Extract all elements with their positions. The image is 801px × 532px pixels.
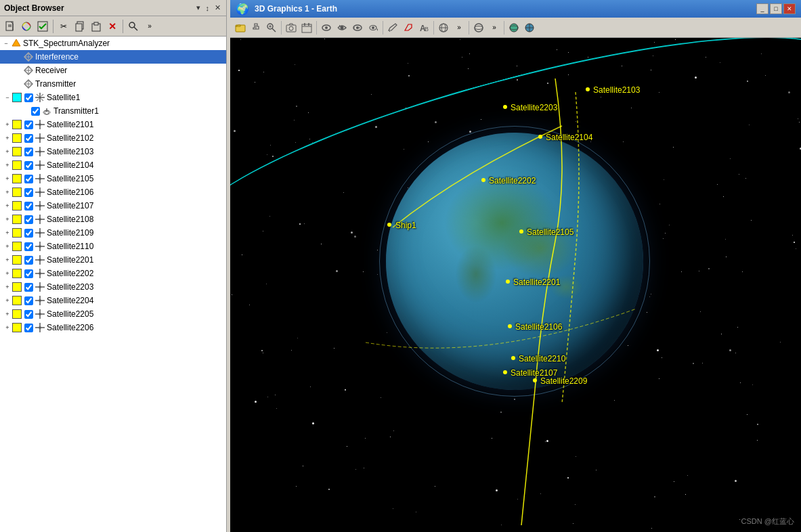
transmitter1-checkbox[interactable] <box>31 107 40 116</box>
tree-item-satellite2106[interactable]: + Satellite2106 <box>0 185 226 199</box>
float-button[interactable]: ↕ <box>204 4 211 12</box>
satellite2110-checkbox[interactable] <box>24 242 33 251</box>
svg-line-25 <box>37 99 39 101</box>
eye-button2[interactable] <box>334 20 349 35</box>
tree-item-satellite2101[interactable]: + Satellite2101 <box>0 118 226 131</box>
close-panel-button[interactable]: ✕ <box>213 3 222 12</box>
tree-item-satellite2105[interactable]: + Satellite2105 <box>0 172 226 185</box>
satellite2106-checkbox[interactable] <box>24 188 33 197</box>
hand-tool[interactable] <box>248 20 263 35</box>
tree-item-satellite2201[interactable]: + Satellite2201 <box>0 253 226 267</box>
tree-item-satellite2110[interactable]: + Satellite2110 <box>0 240 226 253</box>
satellite1-checkbox[interactable] <box>24 93 33 102</box>
satellite2103-checkbox[interactable] <box>24 148 33 156</box>
satellite2101-label: Satellite2101 <box>47 120 93 129</box>
tree-item-satellite2206[interactable]: + Satellite2206 <box>0 321 226 334</box>
find-button[interactable] <box>126 19 141 34</box>
satellite2109-expander[interactable]: + <box>3 228 12 238</box>
satellite2202-checkbox[interactable] <box>24 269 33 278</box>
satellite2204-checkbox[interactable] <box>24 296 33 305</box>
open-button[interactable] <box>233 20 248 35</box>
cut-button[interactable]: ✂ <box>56 19 71 34</box>
tree-item-receiver[interactable]: ▶ Receiver <box>0 64 226 77</box>
satellite1-expander[interactable]: − <box>3 93 12 102</box>
tree-item-satellite2109[interactable]: + Satellite2109 <box>0 226 226 240</box>
satellite2102-checkbox[interactable] <box>24 134 33 143</box>
satellite2110-expander[interactable]: + <box>3 242 12 251</box>
world-button2[interactable] <box>522 20 537 35</box>
layer-button[interactable] <box>471 20 486 35</box>
eye-button3[interactable] <box>350 20 365 35</box>
satellite2106-expander[interactable]: + <box>3 187 12 197</box>
eye-button1[interactable] <box>319 20 334 35</box>
pin-button[interactable]: ▾ <box>195 3 202 12</box>
color-button[interactable] <box>19 19 34 34</box>
eraser-button[interactable] <box>401 20 416 35</box>
tree-item-interference[interactable]: ▶ Interference <box>0 50 226 64</box>
world-button[interactable] <box>506 20 521 35</box>
close-window-button[interactable]: ✕ <box>783 3 796 14</box>
satellite2109-checkbox[interactable] <box>24 229 33 238</box>
tree-item-satellite2204[interactable]: + Satellite2204 <box>0 294 226 307</box>
calendar-button[interactable] <box>299 20 314 35</box>
svg-point-18 <box>39 96 41 99</box>
tree-root[interactable]: − STK_SpectrumAnalyzer <box>0 37 226 50</box>
minimize-button[interactable]: _ <box>756 3 768 14</box>
satellite2105-checkbox[interactable] <box>24 175 33 183</box>
paste-button[interactable] <box>89 19 104 34</box>
globe-button[interactable] <box>436 20 451 35</box>
satellite2104-checkbox[interactable] <box>24 161 33 170</box>
satellite2205-expander[interactable]: + <box>3 309 12 319</box>
satellite2201-expander[interactable]: + <box>3 255 12 265</box>
satellite2102-expander[interactable]: + <box>3 133 12 143</box>
satellite2103-expander[interactable]: + <box>3 147 12 156</box>
root-expander[interactable]: − <box>1 39 11 48</box>
copy-button[interactable] <box>72 19 87 34</box>
tree-item-transmitter1[interactable]: Transmitter1 <box>0 104 226 118</box>
satellite2104-expander[interactable]: + <box>3 160 12 170</box>
pencil-button[interactable] <box>385 20 400 35</box>
satellite2101-checkbox[interactable] <box>24 120 33 129</box>
ship1-label: Ship1 <box>395 221 416 230</box>
svg-line-26 <box>41 94 43 96</box>
tree-item-satellite2103[interactable]: + Satellite2103 <box>0 145 226 158</box>
tree-item-satellite2104[interactable]: + Satellite2104 <box>0 158 226 172</box>
satellite2105-expander[interactable]: + <box>3 174 12 183</box>
satellite2108-checkbox[interactable] <box>24 215 33 224</box>
tree-item-satellite2107[interactable]: + Satellite2107 <box>0 199 226 213</box>
svg-point-118 <box>289 26 293 30</box>
more-button[interactable]: » <box>142 19 157 34</box>
scene-3d[interactable]: Satellite2103Satellite2203Satellite2104S… <box>230 38 801 532</box>
satellite2202-expander[interactable]: + <box>3 269 12 278</box>
camera-button[interactable] <box>284 20 299 35</box>
tree-item-satellite2108[interactable]: + Satellite2108 <box>0 213 226 226</box>
tree-item-satellite2202[interactable]: + Satellite2202 <box>0 267 226 280</box>
satellite2109-color <box>12 228 22 238</box>
tree-item-transmitter[interactable]: ▶ Transmitter <box>0 77 226 91</box>
satellite2203-expander[interactable]: + <box>3 282 12 292</box>
more-gfx[interactable]: » <box>452 20 467 35</box>
more-gfx2[interactable]: » <box>487 20 502 35</box>
tree-item-satellite1[interactable]: − Satellite1 <box>0 91 226 104</box>
tree-item-satellite2205[interactable]: + Satellite2205 <box>0 307 226 321</box>
new-button[interactable] <box>3 19 18 34</box>
satellite2206-checkbox[interactable] <box>24 324 33 332</box>
satellite2107-checkbox[interactable] <box>24 202 33 210</box>
delete-button[interactable]: ✕ <box>105 19 120 34</box>
tree-item-satellite2203[interactable]: + Satellite2203 <box>0 280 226 294</box>
maximize-button[interactable]: □ <box>770 3 782 14</box>
eye-dropdown[interactable]: ▼ <box>366 20 381 35</box>
satellite2205-checkbox[interactable] <box>24 310 33 319</box>
satellite2201-checkbox[interactable] <box>24 256 33 265</box>
satellite2204-expander[interactable]: + <box>3 296 12 305</box>
satellite2203-checkbox[interactable] <box>24 283 33 292</box>
zoom-tool[interactable] <box>264 20 279 35</box>
satellite2101-expander[interactable]: + <box>3 120 12 129</box>
satellite2103-icon <box>35 146 45 157</box>
text-button[interactable]: AB <box>416 20 431 35</box>
satellite2206-expander[interactable]: + <box>3 323 12 332</box>
satellite2107-expander[interactable]: + <box>3 201 12 210</box>
satellite2108-expander[interactable]: + <box>3 215 12 224</box>
tree-item-satellite2102[interactable]: + Satellite2102 <box>0 131 226 145</box>
checkbox-button[interactable] <box>35 19 50 34</box>
